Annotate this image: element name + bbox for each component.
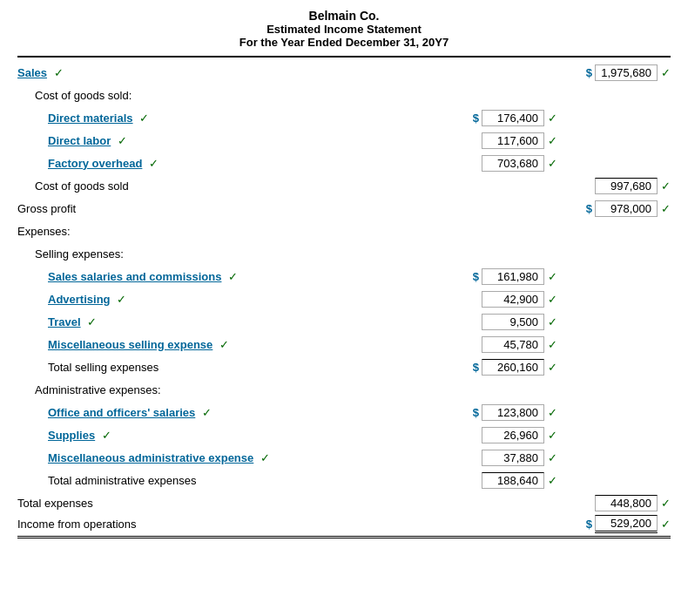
sales-check: ✓ [54,66,64,79]
travel-value[interactable]: 9,500 [482,314,544,330]
cogs-total-label: Cost of goods sold [17,179,444,193]
report-period: For the Year Ended December 31, 20Y7 [17,36,671,49]
misc-selling-label[interactable]: Miscellaneous selling expense ✓ [17,338,444,351]
sales-label[interactable]: Sales ✓ [17,66,444,79]
ss-dollar: $ [473,270,479,283]
factory-overhead-link[interactable]: Factory overhead [48,157,142,170]
gross-profit-amount: $ 978,000 ✓ [557,200,671,217]
office-salaries-link[interactable]: Office and officers' salaries [48,406,195,419]
direct-materials-link[interactable]: Direct materials [48,112,133,125]
misc-selling-row: Miscellaneous selling expense ✓ 45,780 ✓ [17,333,671,355]
ma-check2: ✓ [548,451,557,464]
misc-admin-amount: 37,880 ✓ [444,450,557,466]
office-salaries-row: Office and officers' salaries ✓ $ 123,80… [17,401,671,423]
adv-check: ✓ [117,293,126,306]
direct-materials-amount: $ 176,400 ✓ [444,110,557,126]
factory-overhead-check: ✓ [149,157,159,170]
sup-check: ✓ [102,429,111,442]
cogs-total-amount: 997,680 ✓ [557,178,671,194]
ss-check2: ✓ [548,270,557,283]
ss-check: ✓ [228,270,238,283]
os-check2: ✓ [548,406,557,419]
gross-profit-row: Gross profit $ 978,000 ✓ [17,197,671,220]
cogs-total-row: Cost of goods sold 997,680 ✓ [17,174,671,197]
gross-profit-value[interactable]: 978,000 [595,200,658,217]
os-dollar: $ [473,406,479,419]
direct-labor-check: ✓ [118,134,127,147]
factory-overhead-row: Factory overhead ✓ 703,680 ✓ [17,152,671,174]
factory-overhead-value[interactable]: 703,680 [482,155,544,172]
selling-header: Selling expenses: [17,247,671,261]
office-salaries-value[interactable]: 123,800 [482,404,544,421]
total-admin-label: Total administrative expenses [17,474,444,487]
io-check: ✓ [661,518,671,531]
ms-check: ✓ [219,338,229,351]
total-expenses-row: Total expenses 448,800 ✓ [17,491,671,514]
sales-salaries-link[interactable]: Sales salaries and commissions [48,270,221,283]
te-check: ✓ [661,497,671,510]
direct-labor-label[interactable]: Direct labor ✓ [17,134,444,147]
advertising-link[interactable]: Advertising [48,293,111,306]
total-expenses-label: Total expenses [17,497,444,510]
income-ops-value[interactable]: 529,200 [595,515,658,533]
direct-materials-check: ✓ [139,112,149,125]
cogs-total-value[interactable]: 997,680 [595,178,658,194]
total-selling-row: Total selling expenses $ 260,160 ✓ [17,355,671,378]
office-salaries-label[interactable]: Office and officers' salaries ✓ [17,406,444,419]
travel-link[interactable]: Travel [48,315,81,328]
cogs-check: ✓ [661,179,671,193]
io-dollar: $ [586,518,592,531]
sales-salaries-value[interactable]: 161,980 [482,268,544,285]
misc-selling-link[interactable]: Miscellaneous selling expense [48,338,212,351]
misc-admin-label[interactable]: Miscellaneous administrative expense ✓ [17,451,444,464]
advertising-label[interactable]: Advertising ✓ [17,293,444,306]
advertising-row: Advertising ✓ 42,900 ✓ [17,288,671,310]
cogs-header-row: Cost of goods sold: [17,84,671,106]
supplies-link[interactable]: Supplies [48,429,95,442]
gp-check: ✓ [661,202,671,215]
travel-check: ✓ [87,315,97,328]
direct-materials-label[interactable]: Direct materials ✓ [17,112,444,125]
report-title: Estimated Income Statement [17,23,671,36]
total-admin-value[interactable]: 188,640 [482,472,544,489]
dl-check2: ✓ [548,134,557,147]
sup-check2: ✓ [548,429,557,442]
total-expenses-value[interactable]: 448,800 [595,495,658,511]
fo-check2: ✓ [548,157,557,170]
income-ops-label: Income from operations [17,518,444,531]
misc-selling-amount: 45,780 ✓ [444,336,557,353]
company-name: Belmain Co. [17,9,671,23]
misc-selling-value[interactable]: 45,780 [482,336,544,353]
sales-salaries-label[interactable]: Sales salaries and commissions ✓ [17,270,444,283]
advertising-amount: 42,900 ✓ [444,291,557,308]
total-expenses-amount: 448,800 ✓ [557,495,671,511]
travel-label[interactable]: Travel ✓ [17,315,444,328]
misc-admin-row: Miscellaneous administrative expense ✓ 3… [17,446,671,469]
os-check: ✓ [202,406,212,419]
direct-labor-link[interactable]: Direct labor [48,134,111,147]
total-selling-value[interactable]: 260,160 [482,359,544,376]
sales-link[interactable]: Sales [17,66,47,79]
direct-labor-value[interactable]: 117,600 [482,132,544,149]
total-selling-label: Total selling expenses [17,361,444,374]
sales-salaries-row: Sales salaries and commissions ✓ $ 161,9… [17,265,671,288]
sales-check2: ✓ [661,66,671,79]
advertising-value[interactable]: 42,900 [482,291,544,308]
misc-admin-value[interactable]: 37,880 [482,450,544,466]
supplies-label[interactable]: Supplies ✓ [17,429,444,442]
supplies-value[interactable]: 26,960 [482,427,544,443]
income-ops-row: Income from operations $ 529,200 ✓ [17,514,671,538]
factory-overhead-label[interactable]: Factory overhead ✓ [17,157,444,170]
sales-salaries-amount: $ 161,980 ✓ [444,268,557,285]
direct-materials-value[interactable]: 176,400 [482,110,544,126]
sales-value[interactable]: 1,975,680 [595,64,658,81]
misc-admin-link[interactable]: Miscellaneous administrative expense [48,451,253,464]
dm-check2: ✓ [548,112,557,125]
expenses-header-row: Expenses: [17,220,671,242]
selling-header-row: Selling expenses: [17,242,671,265]
gp-dollar: $ [586,202,592,215]
travel-row: Travel ✓ 9,500 ✓ [17,310,671,333]
total-selling-col1: $ 260,160 ✓ [444,359,557,376]
total-admin-row: Total administrative expenses 188,640 ✓ [17,469,671,491]
sales-amount: $ 1,975,680 ✓ [557,64,671,81]
